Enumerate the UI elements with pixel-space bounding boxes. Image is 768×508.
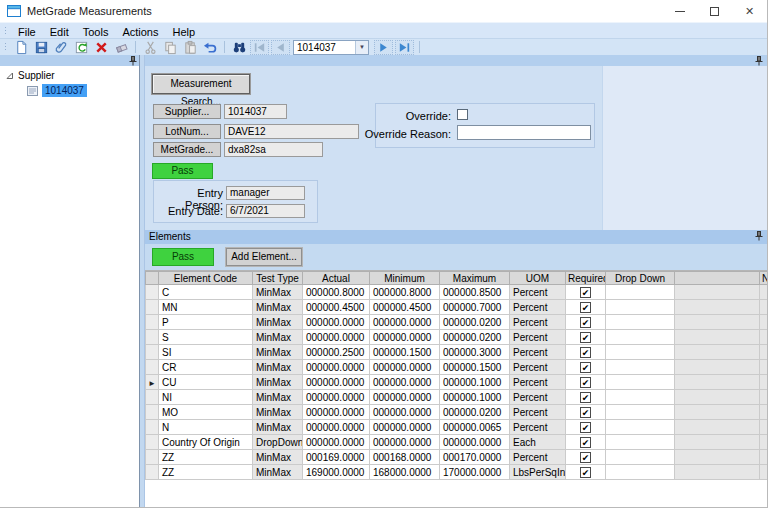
grid-cell-uom[interactable]: Percent [510, 375, 566, 390]
grid-cell-required[interactable]: ✔ [566, 405, 606, 420]
grid-cell-max[interactable]: 000000.0200 [440, 315, 510, 330]
grid-cell-code[interactable]: Country Of Origin [159, 435, 253, 450]
grid-cell-dropdown[interactable] [606, 375, 675, 390]
required-checkbox[interactable]: ✔ [580, 377, 591, 388]
grid-header-required[interactable]: Required [566, 272, 606, 285]
grid-header-uom[interactable]: UOM [510, 272, 566, 285]
grid-cell-n[interactable] [760, 315, 768, 330]
grid-cell-test[interactable]: MinMax [253, 420, 303, 435]
grid-cell-required[interactable]: ✔ [566, 315, 606, 330]
grid-cell-required[interactable]: ✔ [566, 435, 606, 450]
grid-cell-blank[interactable] [675, 420, 760, 435]
grid-cell-actual[interactable]: 000000.0000 [303, 360, 370, 375]
required-checkbox[interactable]: ✔ [580, 407, 591, 418]
close-button[interactable]: ✕ [732, 0, 767, 22]
toolbar-grip[interactable] [4, 42, 7, 52]
grid-cell-min[interactable]: 000000.1500 [370, 345, 440, 360]
grid-cell-uom[interactable]: Percent [510, 300, 566, 315]
measurement-search-button[interactable]: Measurement Search... [152, 74, 250, 94]
menu-item-file[interactable]: File [11, 26, 43, 38]
lotnum-value-field[interactable]: DAVE12 [224, 124, 359, 139]
override-checkbox[interactable] [457, 109, 468, 120]
required-checkbox[interactable]: ✔ [580, 302, 591, 313]
grid-cell-selector[interactable] [146, 360, 159, 375]
grid-cell-min[interactable]: 000000.0000 [370, 435, 440, 450]
grid-cell-n[interactable] [760, 435, 768, 450]
grid-cell-actual[interactable]: 000169.0000 [303, 450, 370, 465]
menu-item-help[interactable]: Help [165, 26, 202, 38]
grid-cell-dropdown[interactable] [606, 405, 675, 420]
grid-cell-code[interactable]: C [159, 285, 253, 300]
grid-cell-dropdown[interactable] [606, 420, 675, 435]
metgrade-button[interactable]: MetGrade... [153, 142, 221, 157]
grid-cell-required[interactable]: ✔ [566, 390, 606, 405]
grid-cell-actual[interactable]: 000000.0000 [303, 315, 370, 330]
grid-cell-required[interactable]: ✔ [566, 300, 606, 315]
grid-cell-code[interactable]: MN [159, 300, 253, 315]
toolbar-clear-button[interactable] [111, 39, 131, 55]
tree-root-label[interactable]: Supplier [18, 70, 55, 81]
supplier-value-field[interactable]: 1014037 [224, 104, 287, 119]
grid-cell-uom[interactable]: Percent [510, 330, 566, 345]
grid-header-code[interactable]: Element Code [159, 272, 253, 285]
grid-cell-dropdown[interactable] [606, 285, 675, 300]
grid-cell-min[interactable]: 000000.0000 [370, 330, 440, 345]
minimize-button[interactable] [662, 0, 697, 22]
grid-cell-dropdown[interactable] [606, 315, 675, 330]
grid-cell-blank[interactable] [675, 390, 760, 405]
grid-cell-test[interactable]: MinMax [253, 345, 303, 360]
right-panel-pin-icon[interactable] [755, 56, 763, 66]
grid-cell-min[interactable]: 168000.0000 [370, 465, 440, 480]
left-panel-pin-icon[interactable] [129, 56, 137, 66]
grid-cell-max[interactable]: 000000.0200 [440, 330, 510, 345]
grid-cell-uom[interactable]: Percent [510, 450, 566, 465]
grid-cell-max[interactable]: 000000.7000 [440, 300, 510, 315]
required-checkbox[interactable]: ✔ [580, 452, 591, 463]
grid-cell-n[interactable] [760, 330, 768, 345]
tree-child-label-selected[interactable]: 1014037 [42, 84, 87, 97]
supplier-button[interactable]: Supplier... [153, 104, 221, 119]
grid-cell-test[interactable]: MinMax [253, 330, 303, 345]
required-checkbox[interactable]: ✔ [580, 347, 591, 358]
required-checkbox[interactable]: ✔ [580, 332, 591, 343]
toolbar-attach-button[interactable] [51, 39, 71, 55]
grid-cell-dropdown[interactable] [606, 450, 675, 465]
grid-cell-max[interactable]: 000000.1000 [440, 375, 510, 390]
grid-cell-test[interactable]: MinMax [253, 360, 303, 375]
grid-cell-dropdown[interactable] [606, 345, 675, 360]
grid-cell-min[interactable]: 000000.0000 [370, 315, 440, 330]
grid-cell-uom[interactable]: Each [510, 435, 566, 450]
grid-cell-n[interactable] [760, 420, 768, 435]
grid-cell-selector[interactable]: ► [146, 375, 159, 390]
grid-cell-code[interactable]: CU [159, 375, 253, 390]
grid-cell-n[interactable] [760, 390, 768, 405]
required-checkbox[interactable]: ✔ [580, 437, 591, 448]
menu-item-tools[interactable]: Tools [76, 26, 116, 38]
grid-cell-test[interactable]: MinMax [253, 300, 303, 315]
grid-cell-required[interactable]: ✔ [566, 375, 606, 390]
grid-cell-actual[interactable]: 000000.0000 [303, 330, 370, 345]
grid-cell-required[interactable]: ✔ [566, 345, 606, 360]
required-checkbox[interactable]: ✔ [580, 362, 591, 373]
grid-cell-n[interactable] [760, 405, 768, 420]
grid-cell-uom[interactable]: LbsPerSqIn [510, 465, 566, 480]
grid-cell-min[interactable]: 000168.0000 [370, 450, 440, 465]
grid-cell-selector[interactable] [146, 285, 159, 300]
grid-cell-test[interactable]: MinMax [253, 390, 303, 405]
required-checkbox[interactable]: ✔ [580, 422, 591, 433]
grid-cell-n[interactable] [760, 345, 768, 360]
grid-header-blank[interactable] [675, 272, 760, 285]
toolbar-refresh-button[interactable] [71, 39, 91, 55]
grid-cell-uom[interactable]: Percent [510, 345, 566, 360]
maximize-button[interactable] [697, 0, 732, 22]
toolbar-find-button[interactable] [229, 39, 249, 55]
grid-cell-max[interactable]: 000000.0065 [440, 420, 510, 435]
grid-cell-min[interactable]: 000000.0000 [370, 360, 440, 375]
grid-cell-dropdown[interactable] [606, 390, 675, 405]
grid-cell-min[interactable]: 000000.0000 [370, 420, 440, 435]
grid-cell-code[interactable]: NI [159, 390, 253, 405]
toolbar-undo-button[interactable] [200, 39, 220, 55]
grid-cell-code[interactable]: ZZ [159, 450, 253, 465]
grid-cell-uom[interactable]: Percent [510, 360, 566, 375]
grid-cell-blank[interactable] [675, 450, 760, 465]
